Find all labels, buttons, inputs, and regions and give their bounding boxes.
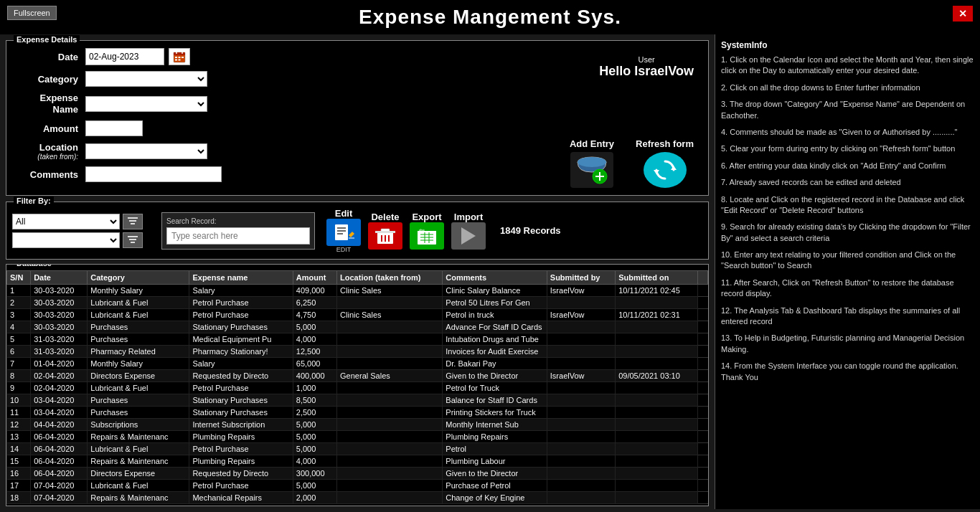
table-row[interactable]: 1306-04-2020Repairs & MaintenancPlumbing… xyxy=(7,431,708,443)
export-svg-icon: xlsx xyxy=(416,226,438,246)
category-select[interactable] xyxy=(85,71,207,87)
system-info-item: 1. Click on the Calendar Icon and select… xyxy=(721,54,974,77)
filter-funnel-icon-2 xyxy=(127,234,138,246)
table-cell xyxy=(547,431,615,443)
table-cell: Monthly Salary xyxy=(88,285,189,297)
comments-label: Comments xyxy=(14,169,85,180)
delete-svg-icon xyxy=(374,226,396,246)
table-row[interactable]: 1103-04-2020PurchasesStationary Purchase… xyxy=(7,407,708,419)
svg-rect-16 xyxy=(128,217,138,219)
table-row[interactable]: 802-04-2020Directors ExpenseRequested by… xyxy=(7,370,708,382)
refresh-form-button[interactable]: Refresh form xyxy=(636,138,694,188)
table-row[interactable]: 902-04-2020Lubricant & FuelPetrol Purcha… xyxy=(7,382,708,394)
table-cell: 06-04-2020 xyxy=(31,455,88,468)
table-row[interactable]: 130-03-2020Monthly SalarySalary409,000Cl… xyxy=(7,285,708,297)
table-cell: 02-04-2020 xyxy=(31,370,88,382)
table-cell: Petrol Purchase xyxy=(189,297,293,309)
table-row[interactable]: 1807-04-2020Repairs & MaintenancMechanic… xyxy=(7,492,708,504)
add-entry-label: Add Entry xyxy=(570,138,614,149)
col-expense-name: Expense name xyxy=(189,271,293,285)
table-row[interactable]: 1506-04-2020Repairs & MaintenancPlumbing… xyxy=(7,455,708,468)
table-cell: 1,000 xyxy=(293,382,336,394)
table-cell: 5,000 xyxy=(293,321,336,333)
table-cell: 409,000 xyxy=(293,285,336,297)
svg-rect-20 xyxy=(129,239,136,240)
filter-search-button-1[interactable] xyxy=(123,214,143,229)
table-cell: 400,000 xyxy=(293,370,336,382)
table-cell xyxy=(337,346,443,358)
table-cell: 7 xyxy=(7,358,31,370)
table-cell xyxy=(547,480,615,492)
edit-svg-icon xyxy=(333,222,354,242)
table-cell: Lubricant & Fuel xyxy=(88,443,189,455)
table-cell: Lubricant & Fuel xyxy=(88,309,189,321)
title-bar: Fullscreen Expense Mangement Sys. ✕ xyxy=(0,0,980,34)
date-input[interactable] xyxy=(85,48,164,65)
database-table-container[interactable]: S/N Date Category Expense name Amount Lo… xyxy=(6,270,708,506)
svg-rect-8 xyxy=(179,60,181,61)
close-button[interactable]: ✕ xyxy=(953,6,973,22)
expense-details-box: Expense Details Date xyxy=(6,40,709,196)
comments-input[interactable] xyxy=(85,166,222,182)
table-cell: 07-04-2020 xyxy=(31,492,88,504)
user-info: User Hello IsraelVow xyxy=(599,55,694,79)
date-row: Date xyxy=(14,48,701,65)
location-label: Location xyxy=(14,142,85,153)
table-row[interactable]: 230-03-2020Lubricant & FuelPetrol Purcha… xyxy=(7,297,708,309)
svg-rect-30 xyxy=(375,231,395,233)
right-panel: SystemInfo 1. Click on the Calendar Icon… xyxy=(715,34,980,509)
calendar-button[interactable] xyxy=(169,48,190,65)
add-entry-button[interactable]: Add Entry xyxy=(570,138,614,188)
table-row[interactable]: 1204-04-2020SubscriptionsInternet Subscr… xyxy=(7,419,708,431)
table-row[interactable]: 330-03-2020Lubricant & FuelPetrol Purcha… xyxy=(7,309,708,321)
amount-input[interactable] xyxy=(85,120,143,136)
edit-button[interactable]: Edit EDIT xyxy=(326,208,361,253)
table-cell xyxy=(547,333,615,346)
database-add-icon xyxy=(574,155,610,185)
fullscreen-button[interactable]: Fullscreen xyxy=(7,6,57,20)
search-input[interactable] xyxy=(166,227,310,245)
col-scroll xyxy=(698,271,708,285)
location-select[interactable] xyxy=(85,143,207,159)
table-cell: Petrol Purchase xyxy=(189,443,293,455)
delete-icon xyxy=(368,222,402,250)
table-row[interactable]: 1606-04-2020Directors ExpenseRequested b… xyxy=(7,468,708,480)
table-cell xyxy=(547,407,615,419)
svg-text:xlsx: xlsx xyxy=(419,228,425,232)
table-row[interactable]: 631-03-2020Pharmacy RelatedPharmacy Stat… xyxy=(7,346,708,358)
table-cell: 10 xyxy=(7,394,31,407)
expense-name-select[interactable] xyxy=(85,96,207,112)
filter-select-2[interactable] xyxy=(12,232,120,248)
system-info-item: 5. Clear your form during entry by click… xyxy=(721,143,974,154)
user-name: Hello IsraelVow xyxy=(599,64,694,79)
table-row[interactable]: 1406-04-2020Lubricant & FuelPetrol Purch… xyxy=(7,443,708,455)
filter-controls: All xyxy=(12,214,143,248)
delete-button[interactable]: Delete xyxy=(368,212,402,250)
svg-marker-26 xyxy=(349,232,354,237)
table-cell xyxy=(337,455,443,468)
table-cell: 5,000 xyxy=(293,443,336,455)
filter-search-button-2[interactable] xyxy=(123,232,143,248)
table-row[interactable]: 1707-04-2020Lubricant & FuelPetrol Purch… xyxy=(7,480,708,492)
edit-sub-label: EDIT xyxy=(336,246,352,253)
table-cell: 6,250 xyxy=(293,297,336,309)
expense-details-title: Expense Details xyxy=(14,35,80,44)
table-row[interactable]: 701-04-2020Monthly SalarySalary65,000Dr.… xyxy=(7,358,708,370)
table-row[interactable]: 430-03-2020PurchasesStationary Purchases… xyxy=(7,321,708,333)
table-cell xyxy=(616,480,698,492)
table-cell: Subscriptions xyxy=(88,419,189,431)
export-button[interactable]: Export xlsx xyxy=(410,212,444,250)
app-title: Expense Mangement Sys. xyxy=(359,6,621,29)
filter-select-1[interactable]: All xyxy=(12,214,120,229)
date-input-group xyxy=(85,48,190,65)
table-cell xyxy=(337,321,443,333)
table-cell: Balance for Staff ID Cards xyxy=(443,394,547,407)
system-info-item: 7. Already saved records can be edited a… xyxy=(721,177,974,188)
table-row[interactable]: 1003-04-2020PurchasesStationary Purchase… xyxy=(7,394,708,407)
table-cell: Dr. Bakari Pay xyxy=(443,358,547,370)
table-cell: Clinic Salary Balance xyxy=(443,285,547,297)
table-row[interactable]: 531-03-2020PurchasesMedical Equipment Pu… xyxy=(7,333,708,346)
import-button[interactable]: Import xyxy=(451,212,486,250)
search-record-box: Search Record: xyxy=(161,212,315,250)
expense-name-row: Expense Name xyxy=(14,93,701,115)
